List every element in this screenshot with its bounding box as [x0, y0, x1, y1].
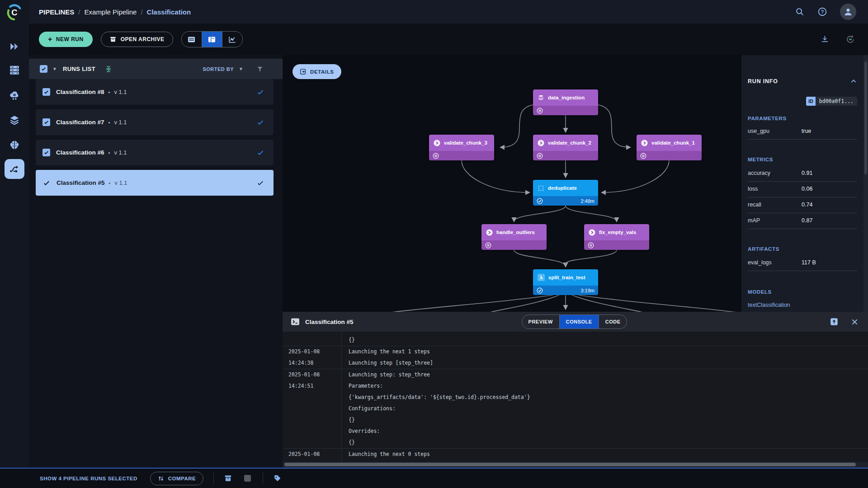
sidebar-pipelines-selected[interactable]: [5, 159, 24, 179]
terminal-icon: [291, 317, 300, 326]
dag-node-validate-chunk-3[interactable]: validate_chunk_3: [429, 135, 494, 160]
queued-status-icon: [537, 153, 543, 159]
run-bullet: •: [109, 180, 111, 186]
metric-value: 0.87: [802, 217, 812, 224]
run-list-item[interactable]: Classification #7 • v 1.1: [36, 109, 274, 135]
select-all-caret-icon[interactable]: ▼: [52, 66, 57, 71]
dag-node-deduplicate[interactable]: deduplicate 2:48m: [533, 180, 598, 206]
footer-divider: [213, 473, 214, 484]
run-version: v 1.1: [114, 179, 127, 186]
log-line: Launching step [step_three]: [349, 357, 868, 369]
model-link[interactable]: textClassification: [748, 302, 857, 308]
dag-node-handle-outliers[interactable]: handle_outliers: [481, 224, 547, 250]
dataset-icon: [538, 94, 544, 101]
details-label: DETAILS: [310, 69, 334, 75]
completed-status-icon: [537, 287, 543, 294]
run-list-item-selected[interactable]: Classification #5 • v 1.1: [36, 170, 274, 196]
user-avatar[interactable]: [840, 4, 856, 20]
metric-name: mAP: [748, 217, 802, 224]
queued-status-icon: [485, 242, 491, 249]
run-checkbox[interactable]: [42, 149, 50, 156]
breadcrumb-project[interactable]: Example Pipeline: [85, 8, 137, 16]
run-checkbox[interactable]: [42, 88, 50, 96]
run-selected-check-icon: [256, 88, 264, 96]
run-list-item[interactable]: Classification #8 • v 1.1: [36, 79, 274, 105]
node-label: validate_chunk_3: [444, 140, 487, 145]
run-check-icon[interactable]: [42, 179, 51, 187]
sidebar-projects-icon[interactable]: [9, 41, 20, 52]
svg-text:?: ?: [821, 9, 824, 14]
tag-icon[interactable]: [273, 474, 282, 483]
console-hscrollbar-track[interactable]: [283, 462, 868, 468]
close-icon[interactable]: [851, 319, 858, 325]
run-version: v 1.1: [114, 149, 127, 156]
clearml-logo-icon[interactable]: C: [5, 3, 24, 22]
log-line: Overrides:: [349, 426, 868, 437]
tab-code[interactable]: CODE: [599, 315, 627, 328]
console-tab-group: PREVIEW CONSOLE CODE: [522, 314, 627, 329]
dag-node-validate-chunk-2[interactable]: validate_chunk_2: [533, 135, 598, 160]
metrics-chart-icon: [228, 35, 236, 44]
run-list-item[interactable]: Classification #6 • v 1.1: [36, 140, 274, 165]
console-run-title: Classification #5: [305, 319, 354, 325]
log-timestamp: 2025-01-08 14:25:41: [283, 449, 341, 462]
selection-count-text[interactable]: SHOW 4 PIPELINE RUNS SELECTED: [40, 476, 137, 481]
sidebar-workers-icon[interactable]: [9, 64, 20, 76]
archive-action-icon[interactable]: [224, 474, 232, 483]
parameter-value: true: [802, 128, 811, 134]
metric-row: recall 0.74: [748, 197, 857, 213]
open-in-window-icon[interactable]: [830, 317, 839, 326]
node-label: split_train_test: [548, 275, 585, 280]
compare-button[interactable]: COMPARE: [150, 472, 203, 485]
console-hscrollbar-thumb[interactable]: [284, 463, 856, 466]
table-view-icon: [187, 35, 196, 44]
sorted-by-label[interactable]: SORTED BY: [203, 66, 234, 72]
search-icon[interactable]: [795, 7, 805, 17]
breadcrumb-current-page: Classification: [147, 8, 191, 16]
dag-node-split-train-test[interactable]: λ split_train_test 3:19m: [533, 269, 598, 295]
dag-node-fix-empty-vals[interactable]: fix_empty_vals: [584, 224, 649, 250]
new-run-button[interactable]: + NEW RUN: [39, 32, 93, 47]
run-name: Classification #8: [56, 89, 104, 95]
run-checkbox[interactable]: [42, 118, 50, 126]
breadcrumb-section[interactable]: PIPELINES: [39, 8, 74, 16]
open-archive-button[interactable]: OPEN ARCHIVE: [101, 32, 173, 47]
help-icon[interactable]: ?: [817, 7, 827, 17]
console-log[interactable]: Overrides: {} 2025-01-08 14:24:38 Launch…: [283, 332, 868, 462]
collapse-chevron-up-icon[interactable]: [850, 78, 857, 85]
metric-row: mAP 0.87: [748, 213, 857, 229]
sorted-by-caret-icon[interactable]: ▼: [239, 66, 243, 71]
models-section-title: MODELS: [748, 289, 857, 295]
row-density-icon[interactable]: [104, 65, 113, 73]
metrics-view-toggle[interactable]: [222, 32, 242, 47]
table-view-toggle[interactable]: [182, 32, 202, 47]
auto-refresh-icon[interactable]: [845, 34, 855, 44]
info-scrollbar-track[interactable]: [863, 55, 868, 312]
log-row: 2025-01-08 14:24:51 Launching step: step…: [283, 369, 868, 449]
details-panel-icon: [300, 68, 307, 75]
tab-preview[interactable]: PREVIEW: [522, 315, 560, 328]
chevron-circle-icon: [434, 140, 440, 146]
sidebar-datasets-icon[interactable]: [9, 114, 20, 126]
pipeline-dag-canvas[interactable]: DETAILS data_ingestion: [283, 55, 741, 312]
id-badge: ID: [806, 97, 816, 106]
archive-icon: [109, 36, 117, 43]
run-id-value[interactable]: bd00a0f1...: [816, 97, 857, 106]
node-runtime: 3:19m: [580, 288, 594, 293]
split-view-toggle[interactable]: [202, 32, 222, 47]
dag-node-validate-chunk-1[interactable]: validate_chunk_1: [637, 135, 702, 160]
dag-node-data-ingestion[interactable]: data_ingestion: [533, 89, 598, 115]
sidebar-autoscaler-icon[interactable]: [9, 89, 20, 101]
log-row: 2025-01-08 14:24:38 Launching the next 1…: [283, 346, 868, 369]
tab-console[interactable]: CONSOLE: [560, 315, 599, 328]
details-button[interactable]: DETAILS: [292, 64, 341, 79]
main-content: ▼ RUNS LIST SORTED BY ▼ Classification #…: [29, 55, 868, 468]
node-label: validate_chunk_1: [651, 140, 695, 145]
select-all-checkbox[interactable]: [40, 65, 47, 73]
sidebar-models-icon[interactable]: [9, 139, 20, 151]
artifact-row: eval_logs 117 B: [748, 255, 857, 271]
filter-funnel-icon[interactable]: [256, 66, 264, 73]
parameters-section-title: PARAMETERS: [748, 116, 857, 121]
info-scrollbar-thumb[interactable]: [864, 61, 867, 174]
download-icon[interactable]: [820, 34, 830, 44]
